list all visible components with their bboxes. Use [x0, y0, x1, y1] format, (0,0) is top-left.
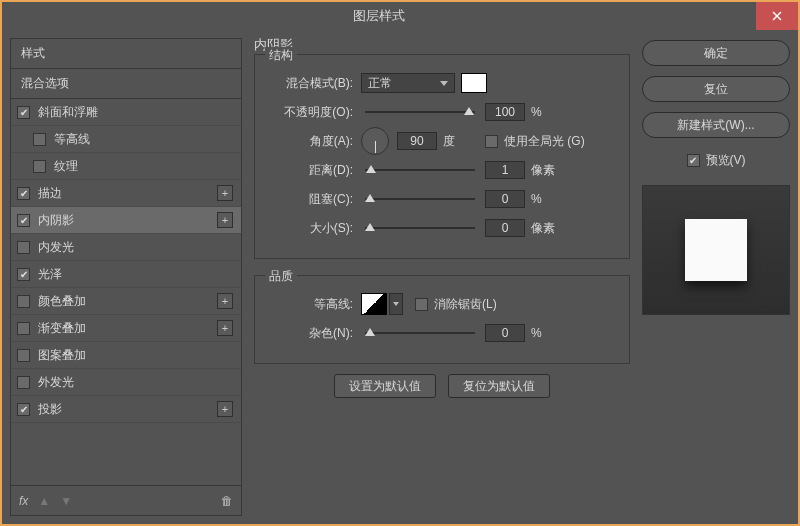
sidebar-header-blend[interactable]: 混合选项	[11, 69, 241, 99]
style-checkbox[interactable]	[17, 403, 30, 416]
style-label: 投影	[38, 401, 217, 418]
cancel-button[interactable]: 复位	[642, 76, 790, 102]
style-row-5[interactable]: 内发光	[11, 234, 241, 261]
style-label: 外发光	[38, 374, 233, 391]
style-label: 描边	[38, 185, 217, 202]
antialias-label: 消除锯齿(L)	[434, 296, 497, 313]
style-checkbox[interactable]	[17, 376, 30, 389]
opacity-input[interactable]: 100	[485, 103, 525, 121]
contour-dropdown[interactable]	[389, 293, 403, 315]
style-row-1[interactable]: 等高线	[11, 126, 241, 153]
style-row-11[interactable]: 投影+	[11, 396, 241, 423]
style-label: 斜面和浮雕	[38, 104, 233, 121]
add-effect-icon[interactable]: +	[217, 320, 233, 336]
settings-panel: 内阴影 结构 混合模式(B): 正常 不透明度(O): 100 % 角度(A):	[250, 38, 634, 516]
style-label: 纹理	[54, 158, 233, 175]
add-effect-icon[interactable]: +	[217, 185, 233, 201]
choke-input[interactable]: 0	[485, 190, 525, 208]
size-input[interactable]: 0	[485, 219, 525, 237]
choke-label: 阻塞(C):	[269, 191, 353, 208]
add-effect-icon[interactable]: +	[217, 212, 233, 228]
sidebar-footer: fx ▲ ▼ 🗑	[11, 485, 241, 515]
style-checkbox[interactable]	[33, 160, 46, 173]
move-up-icon[interactable]: ▲	[38, 494, 50, 508]
add-effect-icon[interactable]: +	[217, 401, 233, 417]
ok-button[interactable]: 确定	[642, 40, 790, 66]
style-checkbox[interactable]	[17, 214, 30, 227]
style-label: 等高线	[54, 131, 233, 148]
sidebar-header-styles[interactable]: 样式	[11, 39, 241, 69]
color-swatch[interactable]	[461, 73, 487, 93]
dialog-body: 样式 混合选项 斜面和浮雕等高线纹理描边+内阴影+内发光光泽颜色叠加+渐变叠加+…	[2, 30, 798, 524]
choke-unit: %	[531, 192, 561, 206]
close-button[interactable]	[756, 2, 798, 30]
style-label: 内发光	[38, 239, 233, 256]
noise-slider[interactable]	[365, 326, 475, 340]
contour-row: 等高线: 消除锯齿(L)	[269, 291, 615, 317]
angle-unit: 度	[443, 133, 473, 150]
preview-toggle[interactable]: 预览(V)	[642, 152, 790, 169]
size-label: 大小(S):	[269, 220, 353, 237]
distance-input[interactable]: 1	[485, 161, 525, 179]
style-checkbox[interactable]	[17, 241, 30, 254]
style-label: 光泽	[38, 266, 233, 283]
style-row-3[interactable]: 描边+	[11, 180, 241, 207]
size-slider[interactable]	[365, 221, 475, 235]
distance-label: 距离(D):	[269, 162, 353, 179]
contour-label: 等高线:	[269, 296, 353, 313]
style-checkbox[interactable]	[17, 187, 30, 200]
angle-dial[interactable]	[361, 127, 389, 155]
styles-sidebar: 样式 混合选项 斜面和浮雕等高线纹理描边+内阴影+内发光光泽颜色叠加+渐变叠加+…	[10, 38, 242, 516]
angle-input[interactable]: 90	[397, 132, 437, 150]
style-label: 渐变叠加	[38, 320, 217, 337]
contour-picker[interactable]	[361, 293, 387, 315]
style-row-8[interactable]: 渐变叠加+	[11, 315, 241, 342]
structure-legend: 结构	[265, 47, 297, 64]
style-row-9[interactable]: 图案叠加	[11, 342, 241, 369]
choke-row: 阻塞(C): 0 %	[269, 186, 615, 212]
move-down-icon[interactable]: ▼	[60, 494, 72, 508]
distance-row: 距离(D): 1 像素	[269, 157, 615, 183]
style-row-10[interactable]: 外发光	[11, 369, 241, 396]
preview-checkbox[interactable]	[687, 154, 700, 167]
distance-unit: 像素	[531, 162, 561, 179]
antialias-checkbox[interactable]	[415, 298, 428, 311]
style-label: 颜色叠加	[38, 293, 217, 310]
blend-mode-select[interactable]: 正常	[361, 73, 455, 93]
trash-icon[interactable]: 🗑	[221, 494, 233, 508]
close-icon	[772, 11, 782, 21]
opacity-slider[interactable]	[365, 105, 475, 119]
global-light-label: 使用全局光 (G)	[504, 133, 585, 150]
style-row-4[interactable]: 内阴影+	[11, 207, 241, 234]
angle-row: 角度(A): 90 度 使用全局光 (G)	[269, 128, 615, 154]
angle-label: 角度(A):	[269, 133, 353, 150]
reset-default-button[interactable]: 复位为默认值	[448, 374, 550, 398]
quality-group: 品质 等高线: 消除锯齿(L) 杂色(N): 0	[254, 275, 630, 364]
quality-legend: 品质	[265, 268, 297, 285]
style-checkbox[interactable]	[17, 268, 30, 281]
style-checkbox[interactable]	[33, 133, 46, 146]
style-checkbox[interactable]	[17, 106, 30, 119]
style-checkbox[interactable]	[17, 322, 30, 335]
style-row-7[interactable]: 颜色叠加+	[11, 288, 241, 315]
style-row-0[interactable]: 斜面和浮雕	[11, 99, 241, 126]
opacity-row: 不透明度(O): 100 %	[269, 99, 615, 125]
new-style-button[interactable]: 新建样式(W)...	[642, 112, 790, 138]
style-row-2[interactable]: 纹理	[11, 153, 241, 180]
style-checkbox[interactable]	[17, 295, 30, 308]
style-checkbox[interactable]	[17, 349, 30, 362]
choke-slider[interactable]	[365, 192, 475, 206]
style-label: 图案叠加	[38, 347, 233, 364]
opacity-unit: %	[531, 105, 561, 119]
blend-mode-row: 混合模式(B): 正常	[269, 70, 615, 96]
fx-menu-icon[interactable]: fx	[19, 494, 28, 508]
noise-label: 杂色(N):	[269, 325, 353, 342]
make-default-button[interactable]: 设置为默认值	[334, 374, 436, 398]
titlebar: 图层样式	[2, 2, 798, 30]
add-effect-icon[interactable]: +	[217, 293, 233, 309]
global-light-checkbox[interactable]	[485, 135, 498, 148]
noise-input[interactable]: 0	[485, 324, 525, 342]
size-row: 大小(S): 0 像素	[269, 215, 615, 241]
style-row-6[interactable]: 光泽	[11, 261, 241, 288]
distance-slider[interactable]	[365, 163, 475, 177]
